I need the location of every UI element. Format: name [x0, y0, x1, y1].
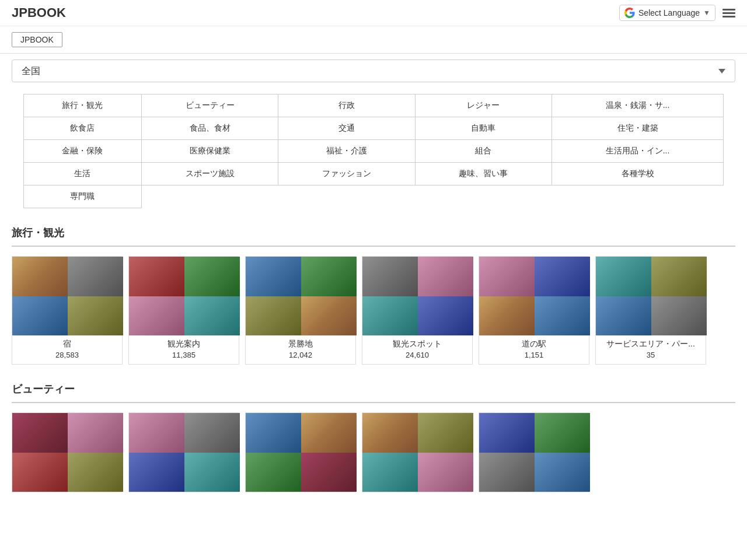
card-thumbnail	[479, 257, 535, 296]
category-cell[interactable]: ビューティー	[141, 94, 278, 117]
card-thumbnail	[246, 257, 301, 296]
travel-card[interactable]: サービスエリア・パー...35	[595, 256, 706, 365]
card-thumbnail	[184, 296, 240, 336]
category-cell[interactable]: 各種学校	[552, 163, 724, 186]
site-logo[interactable]: JPBOOK	[12, 5, 66, 20]
card-count: 1,151	[479, 351, 589, 364]
card-count: 24,610	[362, 351, 472, 364]
beauty-cards-grid	[12, 412, 735, 492]
card-thumbnail	[418, 257, 473, 296]
lang-arrow: ▼	[703, 9, 710, 17]
card-thumbnail	[68, 296, 123, 336]
beauty-thumbnail	[301, 453, 357, 492]
beauty-card[interactable]	[362, 412, 473, 492]
card-count: 28,583	[12, 351, 122, 364]
category-cell[interactable]: ファッション	[278, 163, 415, 186]
beauty-card[interactable]	[12, 412, 123, 492]
beauty-thumbnail	[301, 413, 357, 453]
beauty-thumbnail	[362, 413, 418, 453]
category-cell[interactable]: 温泉・銭湯・サ...	[552, 94, 724, 117]
travel-card[interactable]: 観光スポット24,610	[362, 256, 473, 365]
card-count: 35	[596, 351, 706, 364]
card-label: 景勝地	[246, 335, 355, 351]
beauty-thumbnail	[246, 453, 301, 492]
card-thumbnail	[418, 296, 473, 336]
beauty-thumbnail	[129, 453, 184, 492]
beauty-thumbnail	[12, 453, 68, 492]
card-label: サービスエリア・パー...	[596, 335, 706, 351]
category-grid-wrap: 旅行・観光ビューティー行政レジャー温泉・銭湯・サ...飲食店食品、食材交通自動車…	[0, 94, 747, 208]
card-thumbnail	[362, 296, 418, 336]
header-right: Select Language ▼	[619, 5, 735, 21]
card-label: 宿	[12, 335, 122, 351]
category-cell[interactable]: 生活用品・イン...	[552, 140, 724, 163]
category-cell[interactable]: 福祉・介護	[278, 140, 415, 163]
category-cell[interactable]: 組合	[415, 140, 551, 163]
beauty-thumbnail	[246, 413, 301, 453]
category-cell[interactable]: 交通	[278, 117, 415, 140]
card-thumbnail	[129, 257, 184, 296]
category-cell[interactable]: 専門職	[24, 186, 142, 208]
category-cell[interactable]: 自動車	[415, 117, 551, 140]
language-selector[interactable]: Select Language ▼	[619, 5, 715, 21]
card-thumbnail	[651, 257, 707, 296]
beauty-thumbnail	[362, 453, 418, 492]
beauty-card[interactable]	[479, 412, 589, 492]
beauty-thumbnail	[68, 413, 123, 453]
card-label: 道の駅	[479, 335, 589, 351]
category-cell[interactable]: スポーツ施設	[141, 163, 278, 186]
beauty-card[interactable]	[128, 412, 239, 492]
category-cell[interactable]: 生活	[24, 163, 142, 186]
card-thumbnail	[184, 257, 240, 296]
nav-tabs: JPBOOK	[0, 26, 747, 54]
travel-cards-grid: 宿28,583観光案内11,385景勝地12,042観光スポット24,610道の…	[12, 256, 735, 365]
card-thumbnail	[12, 296, 68, 336]
menu-icon[interactable]	[722, 9, 735, 18]
beauty-section-title: ビューティー	[12, 382, 735, 403]
beauty-card[interactable]	[245, 412, 356, 492]
category-cell[interactable]: 趣味、習い事	[415, 163, 551, 186]
google-icon	[624, 8, 635, 18]
tab-jpbook[interactable]: JPBOOK	[12, 32, 62, 47]
beauty-thumbnail	[129, 413, 184, 453]
category-cell[interactable]: 飲食店	[24, 117, 142, 140]
travel-card[interactable]: 道の駅1,151	[479, 256, 589, 365]
beauty-section: ビューティー	[0, 370, 747, 498]
beauty-thumbnail	[184, 453, 240, 492]
card-thumbnail	[12, 257, 68, 296]
card-label: 観光案内	[129, 335, 239, 351]
region-select[interactable]: 全国 北海道 東北 関東 中部 近畿 中国 四国 九州・沖縄	[12, 60, 735, 82]
category-cell[interactable]: 金融・保険	[24, 140, 142, 163]
card-thumbnail	[301, 296, 357, 336]
category-cell[interactable]: 行政	[278, 94, 415, 117]
card-thumbnail	[596, 257, 651, 296]
card-thumbnail	[651, 296, 707, 336]
category-cell[interactable]: 住宅・建築	[552, 117, 724, 140]
card-thumbnail	[362, 257, 418, 296]
card-thumbnail	[246, 296, 301, 336]
travel-card[interactable]: 景勝地12,042	[245, 256, 356, 365]
beauty-thumbnail	[68, 453, 123, 492]
header: JPBOOK Select Language ▼	[0, 0, 747, 26]
card-thumbnail	[479, 296, 535, 336]
beauty-thumbnail	[12, 413, 68, 453]
category-cell[interactable]: 食品、食材	[141, 117, 278, 140]
beauty-thumbnail	[535, 413, 590, 453]
card-count: 11,385	[129, 351, 239, 364]
beauty-thumbnail	[479, 453, 535, 492]
card-thumbnail	[129, 296, 184, 336]
travel-card[interactable]: 観光案内11,385	[128, 256, 239, 365]
beauty-thumbnail	[418, 413, 473, 453]
travel-section-title: 旅行・観光	[12, 226, 735, 247]
beauty-thumbnail	[418, 453, 473, 492]
category-cell[interactable]: 旅行・観光	[24, 94, 142, 117]
card-thumbnail	[535, 257, 590, 296]
category-cell[interactable]: 医療保健業	[141, 140, 278, 163]
card-count: 12,042	[246, 351, 355, 364]
travel-card[interactable]: 宿28,583	[12, 256, 123, 365]
region-selector-wrap: 全国 北海道 東北 関東 中部 近畿 中国 四国 九州・沖縄	[0, 54, 747, 88]
beauty-thumbnail	[479, 413, 535, 453]
lang-label: Select Language	[638, 8, 700, 18]
card-thumbnail	[596, 296, 651, 336]
category-cell[interactable]: レジャー	[415, 94, 551, 117]
